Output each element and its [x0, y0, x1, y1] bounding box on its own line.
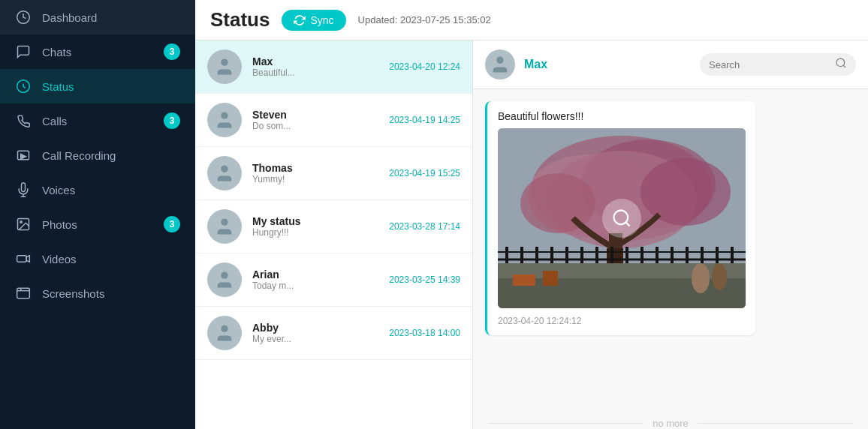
- chat-contact-name: Max: [524, 58, 691, 71]
- status-list-item[interactable]: Abby My ever... 2023-03-18 14:00: [195, 307, 472, 360]
- contact-name: Arian: [252, 268, 378, 280]
- sidebar-item-photos[interactable]: Photos 3: [0, 207, 195, 242]
- videos-icon: [15, 250, 32, 267]
- photos-badge: 3: [164, 216, 180, 232]
- sidebar-item-status[interactable]: Status: [0, 69, 195, 104]
- status-list-item[interactable]: Max Beautiful... 2023-04-20 12:24: [195, 40, 472, 94]
- page-title: Status: [210, 8, 270, 32]
- content-area: Max Beautiful... 2023-04-20 12:24 Steven…: [195, 40, 868, 429]
- message-text: Beautiful flowers!!!: [498, 110, 745, 122]
- status-preview: Hungry!!!: [252, 227, 378, 238]
- svg-point-12: [221, 326, 228, 332]
- contact-name: My status: [252, 215, 378, 227]
- status-list-item[interactable]: Arian Today m... 2023-03-25 14:39: [195, 254, 472, 307]
- calls-icon: [15, 112, 32, 129]
- contact-name: Abby: [252, 322, 378, 334]
- search-input[interactable]: [709, 59, 829, 70]
- main-content: Status Sync Updated: 2023-07-25 15:35:02…: [195, 0, 868, 429]
- status-icon: [15, 78, 32, 94]
- sidebar-item-dashboard[interactable]: Dashboard: [0, 0, 195, 34]
- chat-header: Max: [473, 40, 868, 89]
- status-preview: Beautiful...: [252, 68, 378, 78]
- contact-name: Max: [252, 56, 378, 68]
- avatar: [207, 50, 242, 84]
- sidebar-item-label: Dashboard: [42, 11, 180, 24]
- chats-badge: 3: [164, 44, 180, 60]
- status-preview: Do som...: [252, 121, 378, 131]
- svg-point-13: [496, 57, 503, 64]
- svg-point-10: [221, 219, 228, 226]
- status-time: 2023-04-19 15:25: [389, 168, 460, 178]
- svg-rect-5: [17, 256, 27, 262]
- svg-point-46: [614, 211, 628, 225]
- contact-name: Steven: [252, 109, 378, 121]
- status-time: 2023-03-25 14:39: [389, 274, 460, 285]
- page-header: Status Sync Updated: 2023-07-25 15:35:02: [195, 0, 868, 40]
- sidebar: Dashboard Chats 3 Status Calls 3 Call Re…: [0, 0, 195, 429]
- status-preview: Yummy!: [252, 174, 378, 184]
- sidebar-item-voices[interactable]: Voices: [0, 172, 195, 207]
- status-list: Max Beautiful... 2023-04-20 12:24 Steven…: [195, 40, 473, 429]
- avatar: [207, 262, 242, 297]
- avatar: [207, 209, 242, 244]
- no-more-label: no more: [473, 418, 868, 429]
- sidebar-item-videos[interactable]: Videos: [0, 242, 195, 276]
- sidebar-item-label: Chats: [42, 46, 153, 58]
- message-timestamp: 2023-04-20 12:24:12: [498, 316, 745, 326]
- play-icon: [602, 199, 641, 238]
- sidebar-item-label: Call Recording: [42, 149, 180, 162]
- svg-point-4: [20, 221, 22, 224]
- search-box: [700, 53, 856, 76]
- status-time: 2023-03-18 14:00: [389, 328, 460, 338]
- avatar: [207, 156, 242, 190]
- sidebar-item-calls[interactable]: Calls 3: [0, 104, 195, 138]
- contact-name: Thomas: [252, 162, 378, 174]
- avatar: [207, 103, 242, 137]
- calls-badge: 3: [164, 112, 180, 129]
- svg-point-14: [836, 58, 845, 67]
- voices-icon: [15, 182, 32, 198]
- sidebar-item-label: Calls: [42, 115, 153, 128]
- chats-icon: [15, 44, 32, 60]
- svg-point-11: [221, 272, 228, 279]
- svg-point-9: [221, 166, 228, 172]
- screenshots-icon: [15, 285, 32, 302]
- sidebar-item-label: Photos: [42, 218, 153, 231]
- status-time: 2023-04-20 12:24: [389, 62, 460, 72]
- status-preview: Today m...: [252, 280, 378, 291]
- avatar: [207, 316, 242, 350]
- dashboard-icon: [15, 9, 32, 26]
- sidebar-item-label: Status: [42, 80, 180, 93]
- sidebar-item-screenshots[interactable]: Screenshots: [0, 276, 195, 310]
- message-bubble: Beautiful flowers!!!: [485, 101, 755, 335]
- svg-point-8: [221, 112, 228, 119]
- svg-rect-6: [17, 288, 30, 298]
- sync-label: Sync: [310, 14, 333, 26]
- search-icon[interactable]: [835, 57, 847, 72]
- sidebar-item-chats[interactable]: Chats 3: [0, 34, 195, 69]
- svg-point-7: [221, 59, 228, 66]
- status-image-overlay: [498, 128, 746, 308]
- call-recording-icon: [15, 147, 32, 164]
- sidebar-item-label: Screenshots: [42, 287, 180, 300]
- sidebar-item-call-recording[interactable]: Call Recording: [0, 138, 195, 172]
- search-overlay-icon: [611, 208, 632, 229]
- status-list-item[interactable]: Thomas Yummy! 2023-04-19 15:25: [195, 147, 472, 200]
- status-time: 2023-03-28 17:14: [389, 221, 460, 232]
- status-image[interactable]: [498, 128, 746, 308]
- status-list-item[interactable]: Steven Do som... 2023-04-19 14:25: [195, 94, 472, 147]
- chat-panel: Max Beautiful flowers!!!: [473, 40, 868, 429]
- updated-text: Updated: 2023-07-25 15:35:02: [358, 14, 491, 26]
- sync-icon: [294, 14, 306, 26]
- status-list-item[interactable]: My status Hungry!!! 2023-03-28 17:14: [195, 200, 472, 254]
- chat-messages: Beautiful flowers!!!: [473, 89, 868, 418]
- sidebar-item-label: Voices: [42, 184, 180, 196]
- photos-icon: [15, 216, 32, 232]
- sidebar-item-label: Videos: [42, 253, 180, 266]
- status-time: 2023-04-19 14:25: [389, 115, 460, 125]
- status-preview: My ever...: [252, 334, 378, 344]
- chat-avatar: [485, 50, 515, 80]
- sync-button[interactable]: Sync: [282, 10, 345, 31]
